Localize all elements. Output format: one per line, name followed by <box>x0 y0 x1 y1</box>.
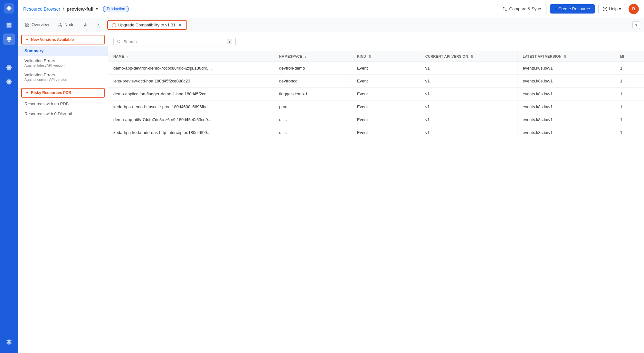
table-row[interactable]: keda-hpa-demo-httpscale-prod.180d4600c66… <box>108 100 644 113</box>
cell-mi: 1 i <box>615 75 644 88</box>
sidebar-item-no-pdb[interactable]: Resources with no PDB <box>18 99 108 109</box>
tab-upgrade-close[interactable]: ✕ <box>177 23 183 27</box>
tab-overview[interactable]: Overview <box>21 18 53 32</box>
help-dropdown-icon: ▾ <box>619 6 621 11</box>
sidebar-icon-gear[interactable] <box>3 62 15 73</box>
risky-resources-label: Risky Resources PDB <box>31 91 71 95</box>
cell-latest-api: events.k8s.io/v1 <box>517 100 615 113</box>
cell-kind: Event <box>352 88 420 100</box>
svg-rect-5 <box>28 23 29 24</box>
validation-errors-2-label: Validation Errors <box>24 72 101 77</box>
top-header: Resource Browser / preview-full ▾ Produc… <box>18 0 644 18</box>
cell-name: demo-app-devtron-demo-7cdbc884dc-l2xjs.1… <box>108 62 274 75</box>
table-row[interactable]: keda-hpa-keda-add-ons-http-interceptor.1… <box>108 126 644 139</box>
svg-rect-7 <box>28 25 29 26</box>
sidebar-item-validation-errors-2[interactable]: Validation Errors Against current API ve… <box>18 70 108 84</box>
search-shortcut: r <box>227 39 232 44</box>
cell-namespace: prod <box>274 100 352 113</box>
sidebar-icon-chart[interactable] <box>3 48 15 59</box>
tab-chart[interactable] <box>79 18 92 32</box>
new-versions-section-header[interactable]: ▼ New Versions Available <box>22 35 104 44</box>
help-button[interactable]: Help ▾ <box>598 4 625 14</box>
risky-resources-section-header[interactable]: ▼ Risky Resources PDB <box>22 89 104 97</box>
cell-namespace: devtron-demo <box>274 62 352 75</box>
cell-mi: 1 i <box>615 62 644 75</box>
sidebar-icon-layers[interactable] <box>3 336 15 348</box>
table-header-row: NAME ↑ NAMESPACE ↓ KIND ⇅ <box>108 51 644 62</box>
col-header-mi[interactable]: MI <box>615 51 644 62</box>
search-input[interactable] <box>123 39 224 44</box>
risky-resources-triangle: ▼ <box>25 91 29 95</box>
sidebar-icon-cube[interactable] <box>3 33 15 45</box>
cell-mi: 1 i <box>615 126 644 139</box>
col-header-namespace[interactable]: NAMESPACE ↓ <box>274 51 352 62</box>
cell-current-api: v1 <box>420 100 517 113</box>
cell-current-api: v1 <box>420 113 517 126</box>
user-avatar[interactable]: B <box>629 4 639 14</box>
tab-upgrade[interactable]: Upgrade Compatibility to v1.31 ✕ <box>107 20 187 30</box>
svg-point-1 <box>8 7 10 10</box>
col-header-kind[interactable]: KIND ⇅ <box>352 51 420 62</box>
cell-name: demo-application-flagger-demo-1-hpa.180d… <box>108 88 274 100</box>
sidebar-item-summary[interactable]: Summary <box>18 46 108 56</box>
resources-table: NAME ↑ NAMESPACE ↓ KIND ⇅ <box>108 51 644 139</box>
cell-current-api: v1 <box>420 88 517 100</box>
col-header-current-api[interactable]: CURRENT API VERSION ⇅ <box>420 51 517 62</box>
cell-current-api: v1 <box>420 62 517 75</box>
sidebar-item-0-disrupt[interactable]: Resources with 0 Disrupti... <box>18 109 108 119</box>
table-row[interactable]: demo-app-utils-7dcfb7dc5c-z6tn9.180d45e0… <box>108 113 644 126</box>
sort-icon-namespace: ↓ <box>305 55 306 58</box>
search-icon <box>117 39 121 44</box>
cell-latest-api: events.k8s.io/v1 <box>517 88 615 100</box>
create-resource-button[interactable]: + Create Resource <box>550 4 595 14</box>
summary-label: Summary <box>24 48 101 53</box>
compare-sync-button[interactable]: Compare & Sync <box>497 4 546 14</box>
new-versions-triangle: ▼ <box>25 37 29 42</box>
tab-terminal[interactable] <box>92 18 106 32</box>
cell-mi: 1 i <box>615 113 644 126</box>
tab-node[interactable]: Node <box>53 18 79 32</box>
left-panel: ▼ New Versions Available Summary Validat… <box>18 32 108 353</box>
cell-current-api: v1 <box>420 126 517 139</box>
sidebar-icons <box>0 0 18 353</box>
header-actions: Compare & Sync + Create Resource Help ▾ … <box>497 4 639 14</box>
search-input-wrap: r <box>113 37 236 46</box>
context-dropdown-button[interactable]: ▾ <box>95 6 99 12</box>
0-disrupt-label: Resources with 0 Disrupti... <box>24 111 101 116</box>
table-row[interactable]: demo-application-flagger-demo-1-hpa.180d… <box>108 88 644 100</box>
body-layout: ▼ New Versions Available Summary Validat… <box>18 32 644 353</box>
sidebar-item-validation-errors-1[interactable]: Validation Errors Against latest API ver… <box>18 56 108 70</box>
table-row[interactable]: lens-preview-dcd-hpa.180d45f2ce098c20 de… <box>108 75 644 88</box>
svg-point-10 <box>61 25 62 26</box>
cell-kind: Event <box>352 126 420 139</box>
col-header-name[interactable]: NAME ↑ <box>108 51 274 62</box>
cell-kind: Event <box>352 75 420 88</box>
sidebar-icon-grid[interactable] <box>3 19 15 31</box>
sidebar-icon-minus[interactable] <box>3 322 15 334</box>
sort-icon-current-api: ⇅ <box>470 55 473 58</box>
table-row[interactable]: demo-app-devtron-demo-7cdbc884dc-l2xjs.1… <box>108 62 644 75</box>
breadcrumb-app-link[interactable]: Resource Browser <box>23 6 60 12</box>
cell-namespace: devtroncd <box>274 75 352 88</box>
svg-line-19 <box>120 42 120 43</box>
tabs-dropdown-button[interactable]: ▾ <box>632 21 640 29</box>
cell-current-api: v1 <box>420 75 517 88</box>
cell-kind: Event <box>352 62 420 75</box>
cell-name: keda-hpa-demo-httpscale-prod.180d4600c66… <box>108 100 274 113</box>
cell-kind: Event <box>352 113 420 126</box>
svg-point-8 <box>60 23 61 24</box>
sidebar-icon-settings[interactable] <box>3 76 15 88</box>
validation-errors-1-label: Validation Errors <box>24 58 101 63</box>
sort-icon-name: ↑ <box>127 55 128 58</box>
tabs-bar: Overview Node Upgrade Compatibility to v… <box>18 18 644 32</box>
env-badge[interactable]: Production <box>103 6 128 12</box>
svg-rect-4 <box>26 23 27 24</box>
cell-latest-api: events.k8s.io/v1 <box>517 75 615 88</box>
col-header-latest-api[interactable]: LATEST API VERSION ⇅ <box>517 51 615 62</box>
app-logo[interactable] <box>3 3 15 14</box>
search-bar-row: r <box>108 32 644 51</box>
table-container: NAME ↑ NAMESPACE ↓ KIND ⇅ <box>108 51 644 353</box>
tabs-end: ▾ <box>631 18 641 32</box>
breadcrumb-current: preview-full <box>67 6 93 12</box>
cell-latest-api: events.k8s.io/v1 <box>517 126 615 139</box>
